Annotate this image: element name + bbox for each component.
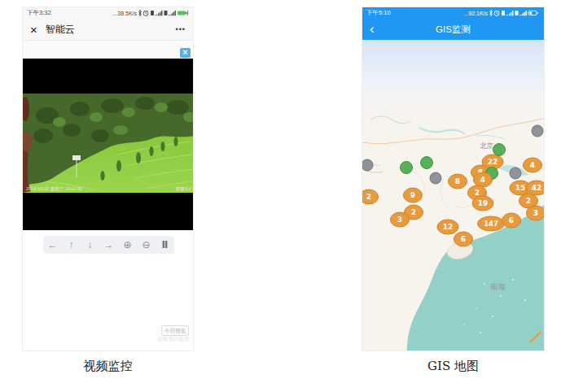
page-title: 智能云 <box>46 23 176 37</box>
nav-bar: ‹ GIS监测 <box>362 19 544 40</box>
status-icons <box>489 9 540 17</box>
cluster-marker[interactable]: 3 <box>527 206 546 220</box>
device-dot-green[interactable] <box>421 157 433 169</box>
device-dot-gray[interactable] <box>532 125 543 137</box>
bluetooth-icon <box>490 10 493 16</box>
sim1-icon <box>151 11 154 15</box>
cluster-marker[interactable]: 3 <box>391 212 410 227</box>
caption-gis: GIS 地图 <box>362 359 545 374</box>
zoom-out-button[interactable]: ⊖ <box>138 236 156 254</box>
cluster-count: 8 <box>455 177 460 185</box>
video-player[interactable]: 2019-10-02 星期三 15:01:50 摄像头2 <box>23 59 194 230</box>
caption-video: 视频监控 <box>22 359 194 374</box>
video-timestamp: 2019-10-02 星期三 15:01:50 <box>26 186 82 191</box>
cluster-count: 2 <box>526 197 531 205</box>
status-icons <box>138 9 189 17</box>
cluster-marker[interactable]: 147 <box>478 216 505 231</box>
map-place-label: 北京 <box>480 142 494 150</box>
cluster-count: 9 <box>410 191 415 199</box>
ptz-control-bar: ←↑↓→⊕⊖Ⅱ <box>43 236 174 254</box>
cluster-count: 2 <box>411 208 416 216</box>
cluster-count: 147 <box>484 220 498 228</box>
cluster-count: 2 <box>475 189 480 197</box>
battery-icon <box>528 11 538 15</box>
wechat-title-bar: × 智能云 ••• <box>23 19 193 41</box>
cluster-marker[interactable]: 4 <box>474 172 493 187</box>
sim2-icon <box>515 11 519 15</box>
pan-down-button[interactable]: ↓ <box>81 236 99 254</box>
cluster-marker[interactable]: 12 <box>437 220 458 234</box>
more-menu-button[interactable]: ••• <box>176 25 186 33</box>
alarm-icon <box>143 11 148 16</box>
pan-right-button[interactable]: → <box>100 236 118 254</box>
device-dot-gray[interactable] <box>430 172 441 184</box>
cluster-count: 6 <box>509 216 514 224</box>
status-bar: 下午5:10 ...92.1K/s <box>362 7 544 19</box>
device-dot-gray[interactable] <box>362 159 373 171</box>
signal2-icon <box>519 11 527 15</box>
cluster-count: 15 <box>515 184 526 192</box>
cluster-count: 42 <box>532 184 542 192</box>
map-place-label: 南海 <box>490 282 506 291</box>
signal1-icon <box>155 11 162 15</box>
gis-map-phone: 下午5:10 ...92.1K/s <box>362 7 545 351</box>
video-monitor-phone: 下午3:32 ...38.5K/s <box>22 7 194 351</box>
cluster-count: 4 <box>480 176 485 184</box>
device-dot-gray[interactable] <box>510 168 521 179</box>
cluster-marker[interactable]: 42 <box>526 181 545 195</box>
sim2-icon <box>164 11 168 15</box>
alarm-icon <box>494 11 499 16</box>
zoom-in-button[interactable]: ⊕ <box>119 236 137 254</box>
footer-badge[interactable]: 今日预览 <box>161 325 189 336</box>
nav-title: GIS监测 <box>436 24 471 36</box>
device-dot-green[interactable] <box>493 144 506 156</box>
cluster-marker[interactable]: 6 <box>454 232 473 246</box>
screenshot-canvas: 下午3:32 ...38.5K/s <box>0 0 583 392</box>
pan-up-button[interactable]: ↑ <box>63 236 81 254</box>
status-bar: 下午3:32 ...38.5K/s <box>23 7 193 19</box>
cluster-count: 4 <box>530 161 535 169</box>
footer-watermark: 仅限测试使用 <box>157 336 189 343</box>
back-button[interactable]: ‹ <box>370 20 375 39</box>
pause-button[interactable]: Ⅱ <box>156 236 174 254</box>
cluster-marker[interactable]: 9 <box>404 188 423 203</box>
bluetooth-icon <box>139 10 142 16</box>
signal1-icon <box>506 11 513 15</box>
sim1-icon <box>502 11 505 15</box>
battery-icon <box>178 11 186 15</box>
gis-map[interactable]: 北京南海 22844815422291922331214766 <box>362 40 545 351</box>
cluster-marker[interactable]: 4 <box>524 158 542 172</box>
cluster-count: 6 <box>461 235 466 243</box>
network-speed: ...38.5K/s <box>112 11 137 16</box>
video-frame: 2019-10-02 星期三 15:01:50 摄像头2 <box>23 59 194 230</box>
pan-left-button[interactable]: ← <box>44 236 62 254</box>
content-header-strip <box>23 41 193 59</box>
video-close-button[interactable]: × <box>180 48 191 58</box>
cluster-count: 2 <box>366 193 371 201</box>
charging-icon <box>187 11 188 15</box>
camera-name-overlay: 摄像头2 <box>175 186 191 191</box>
cluster-count: 12 <box>443 223 454 231</box>
status-time: 下午3:32 <box>27 9 51 17</box>
cluster-marker[interactable]: 2 <box>362 189 379 204</box>
signal2-icon <box>169 11 176 15</box>
cluster-marker[interactable]: 6 <box>502 213 521 228</box>
cluster-marker[interactable]: 8 <box>449 174 467 189</box>
cluster-count: 22 <box>488 158 498 166</box>
cluster-marker[interactable]: 19 <box>472 196 493 211</box>
network-speed: ...92.1K/s <box>463 11 488 16</box>
map-north-tint <box>362 40 545 118</box>
cluster-count: 19 <box>478 199 489 207</box>
device-dot-green[interactable] <box>401 162 413 174</box>
cluster-count: 3 <box>397 216 402 224</box>
cluster-count: 3 <box>533 209 538 217</box>
close-page-button[interactable]: × <box>30 24 37 36</box>
status-time: 下午5:10 <box>366 9 391 17</box>
